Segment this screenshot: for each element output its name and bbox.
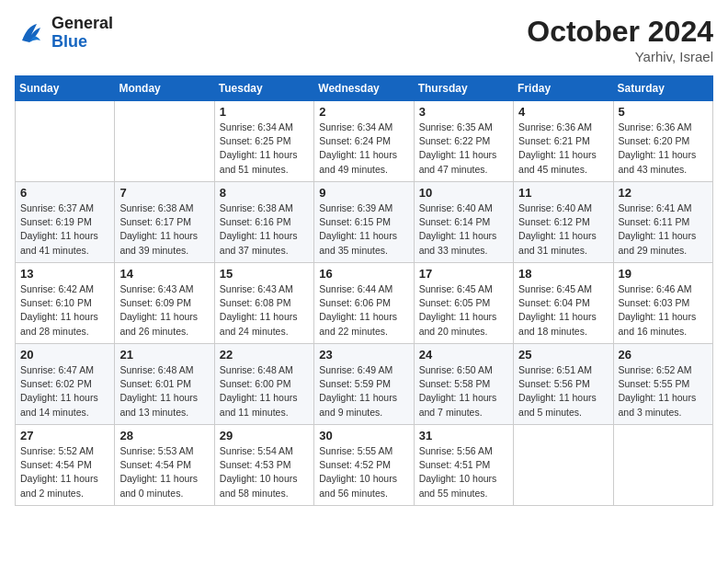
day-detail: Sunrise: 6:34 AM Sunset: 6:24 PM Dayligh… (319, 121, 408, 177)
month-title: October 2024 (527, 15, 713, 49)
day-detail: Sunrise: 6:37 AM Sunset: 6:19 PM Dayligh… (20, 201, 109, 258)
calendar-cell (16, 101, 115, 182)
calendar-cell: 7Sunrise: 6:38 AM Sunset: 6:17 PM Daylig… (115, 182, 214, 263)
calendar-week-row: 27Sunrise: 5:52 AM Sunset: 4:54 PM Dayli… (16, 425, 713, 506)
day-number: 8 (220, 186, 309, 200)
calendar-week-row: 1Sunrise: 6:34 AM Sunset: 6:25 PM Daylig… (16, 101, 713, 182)
day-detail: Sunrise: 6:45 AM Sunset: 6:04 PM Dayligh… (518, 282, 608, 339)
day-number: 30 (319, 429, 408, 442)
day-number: 4 (518, 105, 608, 119)
day-detail: Sunrise: 5:54 AM Sunset: 4:53 PM Dayligh… (220, 444, 309, 500)
title-block: October 2024 Yarhiv, Israel (527, 15, 713, 64)
calendar-cell: 29Sunrise: 5:54 AM Sunset: 4:53 PM Dayli… (214, 425, 313, 506)
calendar-cell: 13Sunrise: 6:42 AM Sunset: 6:10 PM Dayli… (16, 263, 115, 344)
day-number: 22 (220, 348, 309, 362)
page-header: General Blue October 2024 Yarhiv, Israel (15, 15, 713, 64)
calendar-cell: 21Sunrise: 6:48 AM Sunset: 6:01 PM Dayli… (115, 344, 214, 425)
logo-bird-icon (15, 17, 48, 50)
day-number: 18 (518, 267, 608, 281)
day-number: 24 (419, 348, 508, 362)
day-number: 17 (419, 267, 508, 281)
day-number: 1 (220, 105, 309, 119)
day-number: 16 (319, 267, 408, 281)
calendar-cell: 27Sunrise: 5:52 AM Sunset: 4:54 PM Dayli… (16, 425, 115, 506)
location-text: Yarhiv, Israel (527, 49, 713, 64)
day-detail: Sunrise: 6:40 AM Sunset: 6:12 PM Dayligh… (518, 201, 608, 258)
day-number: 11 (518, 186, 608, 200)
day-number: 21 (119, 348, 209, 362)
day-header-tuesday: Tuesday (214, 76, 313, 101)
calendar-cell: 22Sunrise: 6:48 AM Sunset: 6:00 PM Dayli… (214, 344, 313, 425)
day-number: 31 (419, 429, 508, 442)
calendar-cell: 18Sunrise: 6:45 AM Sunset: 6:04 PM Dayli… (514, 263, 613, 344)
day-number: 23 (319, 348, 408, 362)
day-detail: Sunrise: 6:52 AM Sunset: 5:55 PM Dayligh… (619, 363, 708, 419)
day-header-wednesday: Wednesday (314, 76, 414, 101)
logo: General Blue (15, 15, 113, 52)
calendar-week-row: 20Sunrise: 6:47 AM Sunset: 6:02 PM Dayli… (16, 344, 713, 425)
day-detail: Sunrise: 6:46 AM Sunset: 6:03 PM Dayligh… (619, 282, 708, 339)
calendar-cell (115, 101, 214, 182)
day-number: 13 (20, 267, 109, 281)
calendar-cell: 2Sunrise: 6:34 AM Sunset: 6:24 PM Daylig… (314, 101, 414, 182)
day-number: 19 (619, 267, 708, 281)
day-detail: Sunrise: 6:34 AM Sunset: 6:25 PM Dayligh… (220, 121, 309, 177)
calendar-cell: 24Sunrise: 6:50 AM Sunset: 5:58 PM Dayli… (414, 344, 513, 425)
calendar-cell: 25Sunrise: 6:51 AM Sunset: 5:56 PM Dayli… (514, 344, 613, 425)
day-detail: Sunrise: 5:53 AM Sunset: 4:54 PM Dayligh… (119, 444, 209, 500)
calendar-cell: 3Sunrise: 6:35 AM Sunset: 6:22 PM Daylig… (414, 101, 513, 182)
logo-blue-text: Blue (51, 33, 113, 52)
calendar-cell: 12Sunrise: 6:41 AM Sunset: 6:11 PM Dayli… (613, 182, 712, 263)
day-number: 9 (319, 186, 408, 200)
day-detail: Sunrise: 6:44 AM Sunset: 6:06 PM Dayligh… (319, 282, 408, 339)
calendar-cell: 14Sunrise: 6:43 AM Sunset: 6:09 PM Dayli… (115, 263, 214, 344)
calendar-week-row: 13Sunrise: 6:42 AM Sunset: 6:10 PM Dayli… (16, 263, 713, 344)
day-detail: Sunrise: 6:36 AM Sunset: 6:20 PM Dayligh… (619, 121, 708, 177)
day-detail: Sunrise: 6:43 AM Sunset: 6:08 PM Dayligh… (220, 282, 309, 339)
day-detail: Sunrise: 6:40 AM Sunset: 6:14 PM Dayligh… (419, 201, 508, 258)
day-header-saturday: Saturday (613, 76, 712, 101)
day-number: 3 (419, 105, 508, 119)
calendar-cell: 4Sunrise: 6:36 AM Sunset: 6:21 PM Daylig… (514, 101, 613, 182)
calendar-cell: 26Sunrise: 6:52 AM Sunset: 5:55 PM Dayli… (613, 344, 712, 425)
day-header-row: SundayMondayTuesdayWednesdayThursdayFrid… (16, 76, 713, 101)
day-detail: Sunrise: 6:39 AM Sunset: 6:15 PM Dayligh… (319, 201, 408, 258)
logo-general-text: General (51, 15, 113, 33)
calendar-cell: 20Sunrise: 6:47 AM Sunset: 6:02 PM Dayli… (16, 344, 115, 425)
day-number: 20 (20, 348, 109, 362)
day-detail: Sunrise: 6:38 AM Sunset: 6:16 PM Dayligh… (220, 201, 309, 258)
day-number: 5 (619, 105, 708, 119)
calendar-cell: 28Sunrise: 5:53 AM Sunset: 4:54 PM Dayli… (115, 425, 214, 506)
calendar-cell: 5Sunrise: 6:36 AM Sunset: 6:20 PM Daylig… (613, 101, 712, 182)
calendar-body: 1Sunrise: 6:34 AM Sunset: 6:25 PM Daylig… (16, 101, 713, 506)
day-detail: Sunrise: 6:38 AM Sunset: 6:17 PM Dayligh… (119, 201, 209, 258)
day-detail: Sunrise: 5:56 AM Sunset: 4:51 PM Dayligh… (419, 444, 508, 500)
day-number: 27 (20, 429, 109, 442)
day-detail: Sunrise: 6:45 AM Sunset: 6:05 PM Dayligh… (419, 282, 508, 339)
day-detail: Sunrise: 6:47 AM Sunset: 6:02 PM Dayligh… (20, 363, 109, 419)
day-number: 10 (419, 186, 508, 200)
day-header-friday: Friday (514, 76, 613, 101)
calendar-header: SundayMondayTuesdayWednesdayThursdayFrid… (16, 76, 713, 101)
calendar-cell: 8Sunrise: 6:38 AM Sunset: 6:16 PM Daylig… (214, 182, 313, 263)
day-detail: Sunrise: 6:48 AM Sunset: 6:01 PM Dayligh… (119, 363, 209, 419)
calendar-cell: 1Sunrise: 6:34 AM Sunset: 6:25 PM Daylig… (214, 101, 313, 182)
calendar-week-row: 6Sunrise: 6:37 AM Sunset: 6:19 PM Daylig… (16, 182, 713, 263)
day-detail: Sunrise: 5:55 AM Sunset: 4:52 PM Dayligh… (319, 444, 408, 500)
calendar-table: SundayMondayTuesdayWednesdayThursdayFrid… (15, 75, 713, 506)
day-detail: Sunrise: 5:52 AM Sunset: 4:54 PM Dayligh… (20, 444, 109, 500)
day-detail: Sunrise: 6:49 AM Sunset: 5:59 PM Dayligh… (319, 363, 408, 419)
calendar-cell: 30Sunrise: 5:55 AM Sunset: 4:52 PM Dayli… (314, 425, 414, 506)
calendar-cell: 9Sunrise: 6:39 AM Sunset: 6:15 PM Daylig… (314, 182, 414, 263)
calendar-cell: 6Sunrise: 6:37 AM Sunset: 6:19 PM Daylig… (16, 182, 115, 263)
calendar-cell: 10Sunrise: 6:40 AM Sunset: 6:14 PM Dayli… (414, 182, 513, 263)
day-number: 14 (119, 267, 209, 281)
day-number: 25 (518, 348, 608, 362)
day-number: 7 (119, 186, 209, 200)
day-header-thursday: Thursday (414, 76, 513, 101)
calendar-cell: 15Sunrise: 6:43 AM Sunset: 6:08 PM Dayli… (214, 263, 313, 344)
calendar-cell: 23Sunrise: 6:49 AM Sunset: 5:59 PM Dayli… (314, 344, 414, 425)
calendar-cell: 17Sunrise: 6:45 AM Sunset: 6:05 PM Dayli… (414, 263, 513, 344)
logo-text-block: General Blue (51, 15, 113, 52)
day-number: 15 (220, 267, 309, 281)
